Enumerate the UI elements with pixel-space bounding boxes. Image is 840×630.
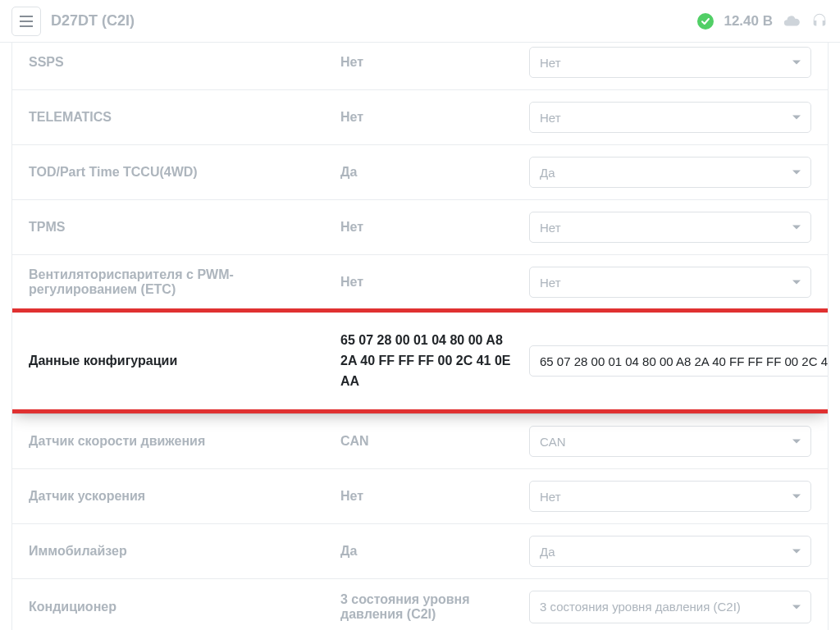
table-row: TPMSНетНет [12, 199, 828, 254]
table-row: Кондиционер3 состояния уровня давления (… [12, 578, 828, 630]
chevron-down-icon [792, 116, 801, 120]
select-value: Нет [540, 276, 561, 290]
config-table: SSPSНетНетTELEMATICSНетНетTOD/Part Time … [11, 43, 829, 630]
row-select[interactable]: Нет [529, 102, 811, 133]
row-label: Данные конфигурации [29, 354, 340, 368]
row-label: Иммобилайзер [29, 544, 340, 559]
table-row: TOD/Part Time TCCU(4WD)ДаДа [12, 144, 828, 199]
row-select[interactable]: Нет [529, 47, 811, 78]
row-value: Нет [340, 220, 529, 235]
select-value: Нет [540, 221, 561, 235]
hamburger-icon [20, 16, 33, 27]
row-control: 65 07 28 00 01 04 80 00 A8 2A 40 FF FF F… [529, 345, 829, 377]
row-control: Нет [529, 267, 811, 298]
row-value: Нет [340, 489, 529, 504]
row-control: Нет [529, 47, 811, 78]
headset-icon[interactable] [810, 12, 829, 30]
select-value: Нет [540, 490, 561, 504]
page-title: D27DT (C2I) [51, 12, 135, 30]
chevron-down-icon [792, 226, 801, 230]
row-label: TOD/Part Time TCCU(4WD) [29, 165, 340, 180]
menu-button[interactable] [11, 7, 41, 36]
chevron-down-icon [792, 495, 801, 499]
chevron-down-icon [792, 550, 801, 554]
select-value: CAN [540, 435, 566, 449]
row-label: TPMS [29, 220, 340, 235]
voltage-reading: 12.40 B [724, 13, 773, 30]
row-select[interactable]: 3 состояния уровня давления (C2I) [529, 591, 811, 623]
select-value: 3 состояния уровня давления (C2I) [540, 599, 741, 615]
chevron-down-icon [792, 61, 801, 65]
row-control: CAN [529, 426, 811, 457]
table-row: TELEMATICSНетНет [12, 89, 828, 144]
row-label: Вентиляториспарителя с PWM-регулирование… [29, 267, 340, 297]
row-select[interactable]: Нет [529, 212, 811, 243]
row-value: Нет [340, 275, 529, 290]
row-value: Да [340, 165, 529, 180]
row-control: Нет [529, 481, 811, 512]
config-data-input[interactable]: 65 07 28 00 01 04 80 00 A8 2A 40 FF FF F… [529, 345, 829, 377]
table-row: Данные конфигурации65 07 28 00 01 04 80 … [11, 308, 829, 413]
select-value: Нет [540, 111, 561, 125]
select-value: Да [540, 545, 555, 559]
row-value: Нет [340, 55, 529, 70]
row-select[interactable]: Нет [529, 267, 811, 298]
row-value: 3 состояния уровня давления (C2I) [340, 592, 529, 622]
table-row: Вентиляториспарителя с PWM-регулирование… [12, 254, 828, 309]
status-ok-icon [697, 13, 714, 30]
content-area: SSPSНетНетTELEMATICSНетНетTOD/Part Time … [0, 43, 840, 630]
cloud-icon[interactable] [783, 12, 801, 30]
table-row: Датчик скорости движенияCANCAN [12, 413, 828, 468]
row-select[interactable]: Да [529, 536, 811, 567]
chevron-down-icon [792, 605, 801, 609]
row-select[interactable]: Да [529, 157, 811, 188]
select-value: Нет [540, 56, 561, 70]
table-row: Датчик ускоренияНетНет [12, 468, 828, 523]
row-control: Да [529, 157, 811, 188]
row-label: Кондиционер [29, 600, 340, 614]
chevron-down-icon [792, 281, 801, 285]
row-control: Нет [529, 102, 811, 133]
row-control: Нет [529, 212, 811, 243]
row-control: 3 состояния уровня давления (C2I) [529, 591, 811, 623]
row-label: TELEMATICS [29, 110, 340, 125]
row-select[interactable]: CAN [529, 426, 811, 457]
row-label: Датчик ускорения [29, 489, 340, 504]
table-row: ИммобилайзерДаДа [12, 523, 828, 578]
row-value: Нет [340, 110, 529, 125]
row-label: SSPS [29, 55, 340, 70]
app-header: D27DT (C2I) 12.40 B [0, 0, 840, 43]
row-value: Да [340, 544, 529, 559]
row-label: Датчик скорости движения [29, 434, 340, 449]
chevron-down-icon [792, 440, 801, 444]
row-select[interactable]: Нет [529, 481, 811, 512]
row-value: CAN [340, 434, 529, 449]
row-control: Да [529, 536, 811, 567]
chevron-down-icon [792, 171, 801, 175]
row-value: 65 07 28 00 01 04 80 00 A8 2A 40 FF FF F… [340, 331, 529, 391]
select-value: Да [540, 166, 555, 180]
table-row: SSPSНетНет [12, 43, 828, 89]
